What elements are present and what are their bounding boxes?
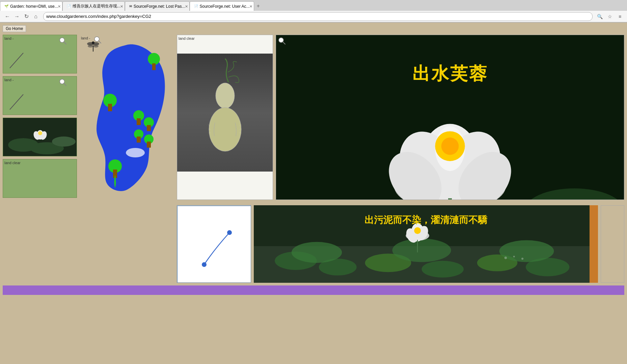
tab-close-1[interactable]: ✕	[58, 4, 61, 8]
gourd-panel[interactable]: land clear	[177, 35, 273, 200]
tab-icon-1: 🌱	[4, 4, 8, 8]
svg-point-63	[441, 138, 459, 155]
thumbnail-1-label: land -	[4, 36, 14, 40]
dragonfly-icon	[86, 39, 100, 54]
home-button[interactable]: ⌂	[31, 12, 40, 21]
svg-point-74	[422, 261, 464, 278]
svg-point-38	[216, 83, 235, 109]
bottom-strip	[3, 285, 624, 295]
stick-icon-1	[6, 50, 27, 70]
gourd-image-area	[177, 54, 273, 172]
tab-sourceforge-user[interactable]: 📄 SourceForge.net: User Ac... ✕	[190, 1, 254, 11]
right-panels: land clear	[177, 35, 624, 283]
new-tab-button[interactable]: +	[254, 3, 263, 9]
stick-icon-2	[6, 91, 27, 111]
svg-point-9	[52, 136, 76, 147]
lotus-chinese-title: 出水芙蓉	[276, 62, 624, 86]
svg-point-88	[521, 257, 523, 260]
nav-bar: ← → ↻ ⌂ 🔍 ☆ ≡	[0, 11, 627, 22]
tab-uyghur[interactable]: 📄 维吾尔族人在是明生存现... ✕	[62, 1, 125, 11]
svg-rect-31	[147, 125, 151, 131]
bookmark-button[interactable]: ☆	[605, 12, 614, 21]
browser-chrome: 🌱 Garden: home=DMI, use... ✕ 📄 维吾尔族人在是明生…	[0, 0, 627, 23]
svg-line-48	[283, 42, 285, 44]
svg-point-68	[227, 230, 232, 235]
nav-actions: 🔍 ☆ ≡	[595, 12, 624, 21]
svg-rect-33	[137, 136, 141, 143]
tab-label-4: SourceForge.net: User Ac...	[200, 4, 250, 9]
left-panel: land - land -	[3, 35, 77, 198]
back-button[interactable]: ←	[3, 12, 12, 21]
svg-rect-27	[108, 104, 112, 111]
svg-point-23	[126, 148, 145, 157]
tab-close-4[interactable]: ✕	[249, 4, 252, 8]
map-container[interactable]: land -	[80, 35, 174, 200]
svg-line-2	[10, 53, 23, 68]
menu-button[interactable]: ≡	[616, 12, 624, 21]
thumbnail-1[interactable]: land -	[3, 35, 77, 73]
svg-line-1	[64, 42, 66, 44]
tab-close-2[interactable]: ✕	[120, 4, 123, 8]
tab-garden[interactable]: 🌱 Garden: home=DMI, use... ✕	[0, 1, 62, 11]
search-button[interactable]: 🔍	[595, 12, 604, 21]
tab-label-2: 维吾尔族人在是明生存现...	[73, 3, 120, 9]
tab-label-1: Garden: home=DMI, use...	[10, 4, 58, 9]
bottom-right-panel	[601, 205, 624, 283]
svg-point-79	[499, 240, 554, 262]
lotus-panel[interactable]: 出水芙蓉	[276, 35, 624, 200]
top-right-row: land clear	[177, 35, 624, 200]
tab-close-3[interactable]: ✕	[185, 4, 188, 8]
svg-point-87	[513, 256, 515, 257]
thumbnail-2[interactable]: land -	[3, 76, 77, 115]
lotus-magnifier	[278, 37, 285, 46]
svg-point-21	[93, 45, 99, 48]
main-area: land - land -	[3, 35, 624, 283]
lotus-pond-panel[interactable]: 出污泥而不染，濯清漣而不驕	[254, 205, 598, 283]
svg-point-14	[38, 131, 42, 135]
lotus-background-svg	[276, 35, 624, 200]
tab-icon-2: 📄	[67, 4, 71, 8]
magnifier-icon-lotus	[278, 37, 285, 44]
svg-rect-65	[177, 206, 251, 283]
svg-point-67	[202, 262, 207, 267]
svg-rect-35	[147, 142, 151, 148]
page-content: Go Home land - land -	[0, 23, 627, 353]
tab-icon-3: ✉	[129, 4, 132, 8]
thumbnail-4-label: land clear	[4, 161, 21, 165]
curve-graph-panel[interactable]	[177, 205, 251, 283]
svg-point-86	[505, 256, 507, 259]
curve-graph-svg	[177, 206, 251, 283]
bottom-row: 出污泥而不染，濯清漣而不驕	[177, 205, 624, 283]
tab-icon-4: 📄	[194, 4, 198, 8]
lotus-pond-quote: 出污泥而不染，濯清漣而不驕	[254, 214, 598, 226]
refresh-button[interactable]: ↻	[22, 12, 31, 21]
svg-point-20	[88, 45, 93, 48]
thumbnail-3[interactable]	[3, 118, 77, 156]
lotus-title-overlay: 出水芙蓉	[276, 62, 624, 86]
water-map-svg	[80, 35, 174, 200]
magnifier-icon-2	[59, 79, 66, 86]
svg-rect-29	[137, 118, 141, 125]
address-bar[interactable]	[43, 12, 593, 21]
svg-rect-25	[152, 63, 156, 70]
svg-point-40	[209, 108, 241, 151]
tab-sourceforge-lost[interactable]: ✉ SourceForge.net: Lost Pas... ✕	[125, 1, 190, 11]
svg-point-78	[392, 239, 451, 262]
gourd-panel-label: land clear	[179, 36, 195, 40]
svg-point-77	[292, 242, 342, 263]
forward-button[interactable]: →	[12, 12, 22, 21]
go-home-button[interactable]: Go Home	[3, 25, 26, 32]
thumbnail-2-label: land -	[4, 78, 14, 82]
thumbnail-4[interactable]: land clear	[3, 159, 77, 198]
lotus-thumb-image	[3, 118, 77, 156]
magnifier-icon-1	[59, 37, 66, 44]
tab-bar: 🌱 Garden: home=DMI, use... ✕ 📄 维吾尔族人在是明生…	[0, 0, 627, 11]
svg-point-22	[92, 41, 94, 44]
svg-line-4	[64, 83, 66, 86]
svg-line-5	[10, 94, 23, 110]
tab-label-3: SourceForge.net: Lost Pas...	[134, 4, 185, 9]
svg-point-24	[148, 53, 160, 65]
center-map: land -	[80, 35, 174, 200]
svg-point-84	[414, 227, 421, 234]
gourd-svg	[191, 55, 259, 170]
